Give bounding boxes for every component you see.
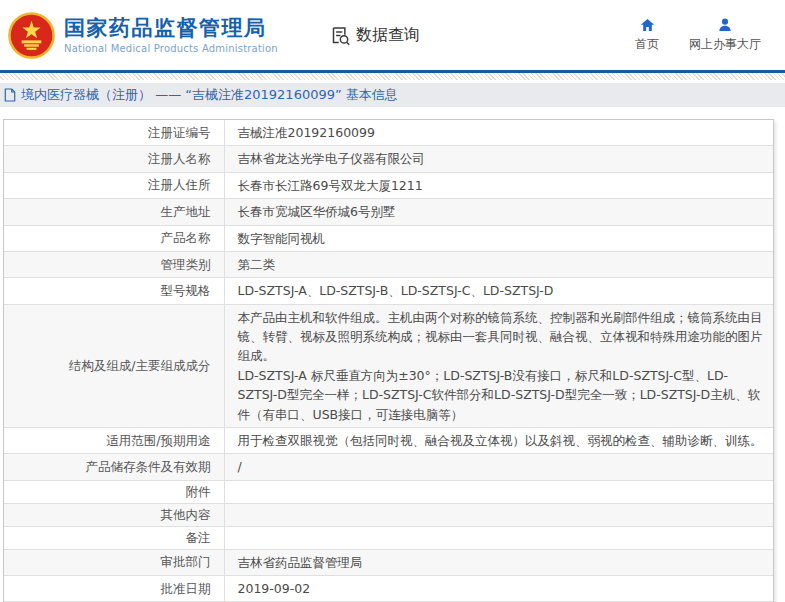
field-label: 附件 xyxy=(4,480,224,503)
field-value xyxy=(224,503,773,526)
table-row: 附件 xyxy=(4,480,773,503)
breadcrumb-text: 境内医疗器械（注册） —— “吉械注准20192160099” 基本信息 xyxy=(21,86,398,104)
field-value: 2019-09-02 xyxy=(224,576,773,602)
field-value: 吉林省龙达光学电子仪器有限公司 xyxy=(224,146,773,172)
table-row: 注册证编号吉械注准20192160099 xyxy=(4,120,773,146)
agency-title-block: 国家药品监督管理局 National Medical Products Admi… xyxy=(64,16,278,53)
field-label: 产品名称 xyxy=(4,225,224,251)
registration-info-table: 注册证编号吉械注准20192160099注册人名称吉林省龙达光学电子仪器有限公司… xyxy=(3,119,774,602)
field-value: 吉械注准20192160099 xyxy=(224,120,773,146)
field-value: 本产品由主机和软件组成。主机由两个对称的镜筒系统、控制器和光刷部件组成；镜筒系统… xyxy=(224,304,773,427)
field-value: 数字智能同视机 xyxy=(224,225,773,251)
field-label: 注册人住所 xyxy=(4,172,224,198)
field-value xyxy=(224,480,773,503)
info-table-body: 注册证编号吉械注准20192160099注册人名称吉林省龙达光学电子仪器有限公司… xyxy=(4,120,773,602)
national-emblem-logo xyxy=(8,12,55,59)
field-value: 长春市长江路69号双龙大厦1211 xyxy=(224,172,773,198)
table-row: 管理类别第二类 xyxy=(4,251,773,277)
header-nav: 首页 网上办事大厅 xyxy=(635,17,771,53)
field-label: 审批部门 xyxy=(4,549,224,575)
field-label: 批准日期 xyxy=(4,576,224,602)
table-row: 结构及组成/主要组成成分本产品由主机和软件组成。主机由两个对称的镜筒系统、控制器… xyxy=(4,304,773,427)
nav-item-label: 网上办事大厅 xyxy=(689,36,761,53)
field-label: 备注 xyxy=(4,526,224,549)
field-label: 其他内容 xyxy=(4,503,224,526)
field-value: LD-SZTSJ-A、LD-SZTSJ-B、LD-SZTSJ-C、LD-SZTS… xyxy=(224,278,773,304)
table-row: 备注 xyxy=(4,526,773,549)
table-row: 注册人名称吉林省龙达光学电子仪器有限公司 xyxy=(4,146,773,172)
field-value: 第二类 xyxy=(224,251,773,277)
nav-item-home[interactable]: 首页 xyxy=(635,17,659,53)
table-row: 产品储存条件及有效期/ xyxy=(4,454,773,480)
field-value: 吉林省药品监督管理局 xyxy=(224,549,773,575)
data-query-tab[interactable]: 数据查询 xyxy=(330,25,420,46)
nav-item-service-hall[interactable]: 网上办事大厅 xyxy=(689,17,761,53)
agency-name-en: National Medical Products Administration xyxy=(64,43,278,54)
field-label: 注册证编号 xyxy=(4,120,224,146)
table-row: 生产地址长春市宽城区华侨城6号别墅 xyxy=(4,199,773,225)
table-row: 审批部门吉林省药品监督管理局 xyxy=(4,549,773,575)
agency-name: 国家药品监督管理局 xyxy=(64,16,278,40)
field-label: 型号规格 xyxy=(4,278,224,304)
home-icon xyxy=(639,17,656,33)
nav-item-label: 首页 xyxy=(635,36,659,53)
table-row: 注册人住所长春市长江路69号双龙大厦1211 xyxy=(4,172,773,198)
table-row: 产品名称数字智能同视机 xyxy=(4,225,773,251)
table-row: 其他内容 xyxy=(4,503,773,526)
table-row: 型号规格LD-SZTSJ-A、LD-SZTSJ-B、LD-SZTSJ-C、LD-… xyxy=(4,278,773,304)
field-label: 注册人名称 xyxy=(4,146,224,172)
data-query-label: 数据查询 xyxy=(356,25,420,46)
document-search-icon xyxy=(330,25,351,46)
field-value: 用于检查双眼视觉（包括同时视、融合视及立体视）以及斜视、弱视的检查、辅助诊断、训… xyxy=(224,427,773,453)
site-header: 国家药品监督管理局 National Medical Products Admi… xyxy=(0,0,785,70)
field-label: 生产地址 xyxy=(4,199,224,225)
user-icon xyxy=(717,17,733,33)
table-row: 批准日期2019-09-02 xyxy=(4,576,773,602)
field-label: 管理类别 xyxy=(4,251,224,277)
field-label: 适用范围/预期用途 xyxy=(4,427,224,453)
field-label: 产品储存条件及有效期 xyxy=(4,454,224,480)
hatch-strip xyxy=(0,73,785,80)
field-value: / xyxy=(224,454,773,480)
breadcrumb: 境内医疗器械（注册） —— “吉械注准20192160099” 基本信息 xyxy=(0,83,785,107)
field-value: 长春市宽城区华侨城6号别墅 xyxy=(224,199,773,225)
field-value xyxy=(224,526,773,549)
document-icon xyxy=(4,88,16,102)
field-label: 结构及组成/主要组成成分 xyxy=(4,304,224,427)
table-row: 适用范围/预期用途用于检查双眼视觉（包括同时视、融合视及立体视）以及斜视、弱视的… xyxy=(4,427,773,453)
